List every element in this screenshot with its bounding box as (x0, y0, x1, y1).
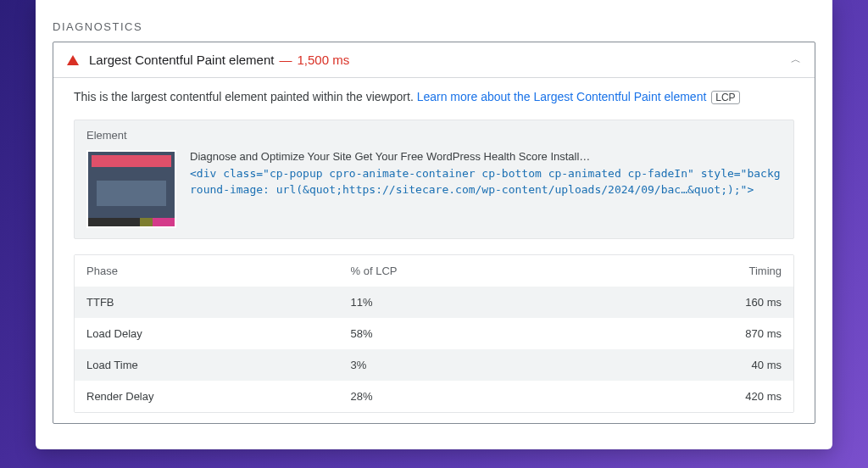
diagnostic-header[interactable]: Largest Contentful Paint element — 1,500… (53, 42, 815, 78)
table-row: Load Time 3% 40 ms (75, 349, 793, 381)
phase-table-header: Phase % of LCP Timing (75, 255, 793, 287)
lcp-badge: LCP (711, 91, 739, 104)
phase-cell: Render Delay (86, 390, 351, 403)
warning-triangle-icon (67, 55, 79, 65)
intro-text: This is the largest contentful element p… (74, 90, 794, 104)
pct-cell: 58% (351, 327, 573, 340)
phase-cell: Load Delay (86, 327, 351, 340)
col-pct-header: % of LCP (351, 265, 573, 277)
section-heading: DIAGNOSTICS (53, 20, 815, 33)
element-code: <div class="cp-popup cpro-animate-contai… (190, 166, 782, 198)
table-row: TTFB 11% 160 ms (75, 287, 793, 318)
chevron-up-icon[interactable]: ︿ (791, 53, 801, 67)
pct-cell: 11% (351, 296, 573, 309)
col-time-header: Timing (573, 265, 782, 277)
diagnostic-separator: — (279, 53, 292, 67)
diagnostic-card: Largest Contentful Paint element — 1,500… (53, 42, 815, 424)
col-phase-header: Phase (86, 265, 351, 277)
phase-cell: Load Time (86, 359, 351, 371)
phase-table: Phase % of LCP Timing TTFB 11% 160 ms Lo… (74, 254, 794, 413)
element-text: Diagnose and Optimize Your Site Get Your… (190, 150, 782, 228)
diagnostic-body: This is the largest contentful element p… (53, 78, 815, 423)
phase-cell: TTFB (86, 296, 351, 309)
time-cell: 40 ms (573, 359, 782, 371)
time-cell: 420 ms (573, 390, 782, 403)
element-description: Diagnose and Optimize Your Site Get Your… (190, 150, 782, 163)
element-thumbnail (86, 150, 176, 228)
element-row: Diagnose and Optimize Your Site Get Your… (75, 148, 793, 238)
time-cell: 160 ms (573, 296, 782, 309)
pct-cell: 28% (351, 390, 573, 403)
diagnostics-panel: DIAGNOSTICS Largest Contentful Paint ele… (36, 0, 832, 449)
learn-more-link[interactable]: Learn more about the Largest Contentful … (417, 90, 707, 103)
element-panel-header: Element (75, 120, 793, 148)
intro-before: This is the largest contentful element p… (74, 90, 417, 103)
diagnostic-title: Largest Contentful Paint element (89, 53, 274, 67)
table-row: Load Delay 58% 870 ms (75, 318, 793, 349)
table-row: Render Delay 28% 420 ms (75, 381, 793, 412)
element-panel: Element Diagnose and Optimize Your Site … (74, 120, 794, 239)
time-cell: 870 ms (573, 327, 782, 340)
diagnostic-metric: 1,500 ms (297, 53, 349, 67)
pct-cell: 3% (351, 359, 573, 371)
